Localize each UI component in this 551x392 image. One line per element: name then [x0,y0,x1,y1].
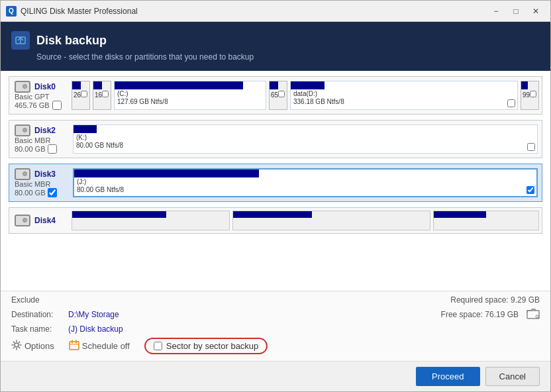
minimize-button[interactable]: − [487,4,505,19]
disk0-p4: 65 [269,81,287,110]
exclude-row: Exclude Required space: 9.29 GB [11,295,540,305]
disk4-p2 [232,211,430,230]
sector-checkbox[interactable] [154,342,162,350]
svg-line-4 [538,318,540,319]
disk2-name: Disk2 [15,124,64,136]
disk0-p4-check[interactable] [278,91,285,97]
disk-row-disk3: Disk3 Basic MBR 80.00 GB (J:) 80.00 GB N… [9,164,542,202]
maximize-button[interactable]: □ [507,4,525,19]
disk-row-disk0: Disk0 Basic GPT 465.76 GB 26 [9,76,542,115]
options-gear-icon [11,340,22,352]
schedule-button[interactable]: Schedule off [65,338,134,354]
disk0-checkbox[interactable] [52,101,62,110]
svg-point-3 [536,315,538,318]
disk0-p5: data(D:) 336.18 GB Ntfs/8 [290,81,518,110]
disk-list[interactable]: Disk0 Basic GPT 465.76 GB 26 [1,71,550,291]
browse-icon[interactable] [526,307,540,322]
disk2-info: Disk2 Basic MBR 80.00 GB [9,121,69,158]
disk2-p1-check[interactable] [527,143,535,151]
disk0-name: Disk0 [15,81,64,93]
options-row: Options Schedule off Se [11,338,540,354]
task-name-label: Task name: [11,324,64,334]
proceed-button[interactable]: Proceed [416,367,479,386]
disk4-info: Disk4 [9,208,69,233]
footer: Proceed Cancel [1,361,550,391]
disk3-info: Disk3 Basic MBR 80.00 GB [9,164,69,201]
required-space: Required space: 9.29 GB [450,295,540,305]
disk2-partitions: (K:) 80.00 GB Ntfs/8 [69,121,542,158]
disk3-p1: (J:) 80.00 GB Ntfs/8 [73,168,538,197]
options-link[interactable]: Options [11,340,54,352]
backup-icon [11,31,30,50]
disk0-p2-check[interactable] [102,91,109,97]
svg-rect-6 [70,342,79,350]
disk2-checkbox[interactable] [48,144,57,154]
destination-label: Destination: [11,310,64,319]
disk0-p2: 16 [93,81,111,110]
disk4-partitions [69,208,542,233]
app-icon: Q [6,6,17,17]
schedule-label: Schedule off [82,341,130,351]
header: Disk backup Source - select the disks or… [1,22,550,71]
disk4-icon [15,215,30,226]
disk0-icon [15,81,30,93]
free-space: Free space: 76.19 GB [441,310,519,319]
title-bar: Q QILING Disk Master Professional − □ ✕ [1,1,550,22]
destination-value: D:\My Storage [68,310,437,319]
svg-point-5 [15,343,19,347]
destination-row: Destination: D:\My Storage Free space: 7… [11,307,540,322]
disk4-name: Disk4 [15,215,64,226]
main-window: Q QILING Disk Master Professional − □ ✕ … [0,0,551,392]
disk-row-disk2: Disk2 Basic MBR 80.00 GB (K:) 80.00 GB N… [9,120,542,158]
disk3-icon [15,168,30,180]
page-subtitle: Source - select the disks or partitions … [36,52,540,62]
disk4-p3 [433,211,539,230]
window-title: QILING Disk Master Professional [21,7,487,16]
disk0-p6-check[interactable] [530,91,536,97]
disk3-type: Basic MBR [15,180,64,188]
sector-option[interactable]: Sector by sector backup [144,338,268,354]
disk2-type: Basic MBR [15,136,64,144]
disk0-size: 465.76 GB [15,101,64,110]
disk2-size: 80.00 GB [15,144,64,154]
disk3-size: 80.00 GB [15,188,64,197]
disk0-p1-check[interactable] [81,91,87,97]
header-title-row: Disk backup [11,31,540,50]
task-name-value: (J) Disk backup [68,324,540,334]
main-content: Disk0 Basic GPT 465.76 GB 26 [1,71,550,361]
window-controls: − □ ✕ [487,4,545,19]
sector-label: Sector by sector backup [166,341,258,351]
disk4-p1 [72,211,230,230]
disk0-type: Basic GPT [15,93,64,101]
bottom-area: Exclude Required space: 9.29 GB Destinat… [1,291,550,361]
cancel-button[interactable]: Cancel [485,367,540,386]
taskname-row: Task name: (J) Disk backup [11,324,540,334]
disk0-info: Disk0 Basic GPT 465.76 GB [9,77,69,114]
disk0-p1: 26 [72,81,90,110]
disk-row-disk4: Disk4 [9,207,542,234]
disk3-partitions: (J:) 80.00 GB Ntfs/8 [69,164,542,201]
options-label: Options [25,341,54,351]
close-button[interactable]: ✕ [526,4,545,19]
disk2-p1: (K:) 80.00 GB Ntfs/8 [73,124,538,154]
disk0-p5-check[interactable] [507,99,515,107]
disk0-p3: (C:) 127.69 GB Ntfs/8 [114,81,266,110]
disk3-p1-check[interactable] [526,186,534,194]
schedule-calendar-icon [69,340,79,352]
exclude-link[interactable]: Exclude [11,295,40,305]
svg-rect-2 [527,311,539,318]
disk0-p6: 99 [521,81,539,110]
disk2-icon [15,124,30,136]
disk3-name: Disk3 [15,168,64,180]
page-title: Disk backup [36,34,107,48]
disk3-checkbox[interactable] [48,188,57,197]
disk0-partitions: 26 16 (C:) 127.69 GB Ntfs/8 [69,77,542,114]
